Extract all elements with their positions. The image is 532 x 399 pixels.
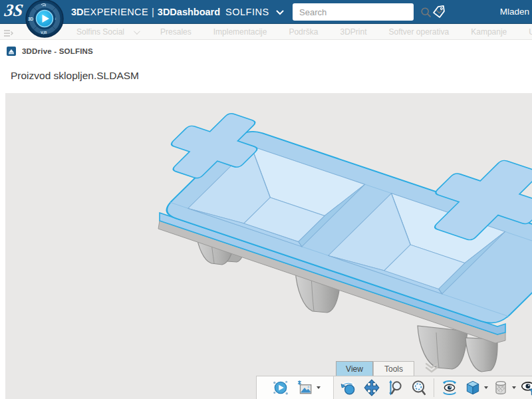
viewer-toolbar-tabs: View Tools xyxy=(336,361,414,376)
examine-button[interactable] xyxy=(439,378,460,398)
render-style-button[interactable] xyxy=(490,378,511,398)
examine-icon xyxy=(441,379,458,396)
cad-model-foam-insert[interactable] xyxy=(5,93,532,399)
play-3d-icon xyxy=(272,379,289,396)
document-title-row: Proizvod sklopljen.SLDASM xyxy=(0,63,532,93)
viewer-toolbar xyxy=(256,376,532,399)
compass-vr-label: V,R xyxy=(41,31,47,35)
viewer-toolbar-group-navigation xyxy=(334,378,532,398)
dashboards-menu-icon[interactable] xyxy=(3,28,13,40)
brand-experience: EXPERIENCE xyxy=(84,7,148,17)
dashboard-tab-bar: Solfins Social Presales Implementacije P… xyxy=(0,24,532,40)
pan-button[interactable] xyxy=(361,378,382,398)
brand-tenant[interactable]: SOLFINS xyxy=(225,7,269,17)
view-cube-button[interactable] xyxy=(462,378,483,398)
viewer-toolbar-group-media xyxy=(257,376,334,399)
search-input[interactable] xyxy=(293,7,420,17)
zoom-button[interactable] xyxy=(384,378,406,398)
tab-view[interactable]: View xyxy=(336,361,373,376)
3d-viewport[interactable]: View Tools xyxy=(5,93,532,399)
svg-text:ʲ: ʲ xyxy=(55,17,56,21)
zoom-fit-button[interactable] xyxy=(408,378,429,398)
dassault-3ds-logo: 3S xyxy=(3,1,25,21)
widget-header: 3DDrive - SOLFINS xyxy=(0,41,532,63)
3ddrive-app-icon xyxy=(7,47,16,56)
tab-implementacije[interactable]: Implementacije xyxy=(213,27,267,37)
widget-title: 3DDrive - SOLFINS xyxy=(22,41,93,63)
brand-title: 3DEXPERIENCE|3DDashboardSOLFINS xyxy=(71,0,284,24)
tab-tools[interactable]: Tools xyxy=(373,361,414,376)
tag-icon[interactable] xyxy=(431,4,447,20)
tenant-chevron-down-icon[interactable] xyxy=(276,10,284,15)
capture-image-button[interactable] xyxy=(294,378,315,398)
rotate-icon xyxy=(340,379,357,396)
visibility-filter-button[interactable] xyxy=(518,378,532,398)
view-cube-icon xyxy=(464,379,481,396)
collapse-toolbar-icon[interactable] xyxy=(424,362,440,376)
brand-3d: 3D xyxy=(71,7,84,17)
top-bar: 3S 3D ʲ V,R 3DEXPERIENCE|3DDashboard xyxy=(0,0,532,24)
dashboard-tabs: Solfins Social Presales Implementacije P… xyxy=(76,24,532,40)
capture-options-caret-icon[interactable] xyxy=(317,386,321,389)
tab-usluge[interactable]: Usluge xyxy=(529,27,532,37)
tab-softver-operativa[interactable]: Softver operativa xyxy=(388,27,449,37)
tab-kampanje[interactable]: Kampanje xyxy=(471,27,507,37)
capture-image-icon xyxy=(296,379,313,396)
tab-podrska[interactable]: Podrška xyxy=(289,27,318,37)
tab-3dprint[interactable]: 3DPrint xyxy=(340,27,366,37)
render-style-caret-icon[interactable] xyxy=(512,386,516,389)
compass-svg: 3D ʲ V,R xyxy=(25,0,64,38)
tab-chevron-down-icon xyxy=(134,28,140,35)
tab-solfins-social[interactable]: Solfins Social xyxy=(76,27,138,37)
search-icon[interactable] xyxy=(420,7,432,18)
3dexperience-compass-icon[interactable]: 3D ʲ V,R xyxy=(25,0,64,38)
pan-icon xyxy=(363,379,380,396)
zoom-icon xyxy=(386,379,404,396)
render-style-icon xyxy=(492,379,509,396)
document-title: Proizvod sklopljen.SLDASM xyxy=(11,70,139,82)
compass-3d-label: 3D xyxy=(28,17,34,21)
tab-presales[interactable]: Presales xyxy=(160,27,192,37)
view-cube-caret-icon[interactable] xyxy=(484,386,488,389)
rotate-button[interactable] xyxy=(338,378,359,398)
user-menu[interactable]: Mladen xyxy=(500,0,531,24)
play-3d-button[interactable] xyxy=(270,378,291,398)
toolbar-separator xyxy=(434,378,434,397)
zoom-fit-icon xyxy=(410,379,427,396)
global-search xyxy=(293,3,414,21)
visibility-filter-icon xyxy=(520,379,532,396)
brand-app: 3DDashboard xyxy=(158,7,220,17)
